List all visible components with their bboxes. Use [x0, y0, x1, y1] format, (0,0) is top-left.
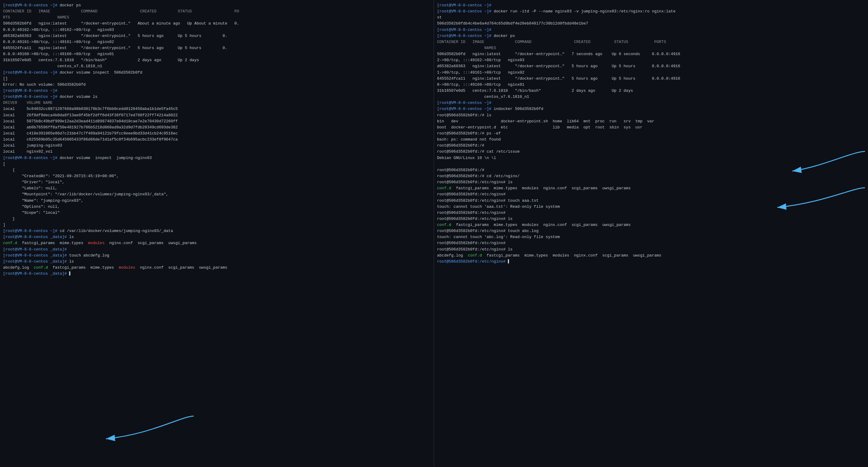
terminal-line: root@506d3582b0fd:/etc/nginx# ls: [437, 246, 865, 253]
terminal-line: root@506d3582b0fd:/etc/nginx#: [437, 240, 865, 246]
terminal-line: CONTAINER ID IMAGE COMMAND CREATED STATU…: [3, 8, 431, 14]
terminal-line: bin dev docker-entrypoint.sh home lib64 …: [437, 118, 865, 124]
terminal-line: [root@VM-8-8-centos _data]# touch abcdef…: [3, 253, 431, 259]
right-terminal-content: [root@VM-8-8-centos ~]#[root@VM-8-8-cent…: [437, 2, 865, 265]
terminal-line: "Mountpoint": "/var/lib/docker/volumes/j…: [3, 192, 431, 198]
terminal-line: "Scope": "local": [3, 210, 431, 216]
terminal-line: root@506d3582b0fd:/# ls: [437, 112, 865, 118]
left-terminal-content: [root@VM-8-8-centos ~]# docker psCONTAIN…: [3, 2, 431, 277]
terminal-line: [root@VM-8-8-centos ~]# docker volume in…: [3, 155, 431, 161]
terminal-line: local nginx02_vol: [3, 149, 431, 155]
terminal-line: [root@VM-8-8-centos ~]# docker ps: [3, 2, 431, 8]
terminal-line: {: [3, 167, 431, 173]
terminal-line: [root@VM-8-8-centos _data]# ls: [3, 234, 431, 240]
terminal-line: 0.0.0:49162->80/tcp, :::49162->80/tcp ng…: [3, 27, 431, 33]
terminal-line: root@506d3582b0fd:/# cd /etc/nginx/: [437, 173, 865, 179]
terminal-line: [root@VM-8-8-centos _data]# ls: [3, 259, 431, 265]
terminal-line: touch: cannot touch 'abc.log': Read-only…: [437, 234, 865, 240]
terminal-line: 0.0.0:49161->80/tcp, :::49161->80/tcp ng…: [3, 39, 431, 45]
terminal-line: 6455524fca11 nginx:latest "/docker-entry…: [437, 76, 865, 82]
terminal-line: 506d3582b0fd nginx:latest "/docker-entry…: [437, 51, 865, 57]
terminal-line: root@506d3582b0fd:/#: [437, 167, 865, 173]
terminal-line: local 26f8df9deca4b0da8f13ae0f45bf2dff6d…: [3, 112, 431, 118]
terminal-line: centos_v7.6.1810_n1: [437, 94, 865, 100]
terminal-line: [root@VM-8-8-centos ~]# docker volume in…: [3, 70, 431, 76]
terminal-line: 0.0.0:49160->80/tcp, :::49160->80/tcp ng…: [3, 51, 431, 57]
terminal-line: RTS NAMES: [3, 14, 431, 21]
terminal-line: [root@VM-8-8-centos ~]# cd /var/lib/dock…: [3, 228, 431, 234]
terminal-line: "Labels": null,: [3, 185, 431, 192]
terminal-line: []: [3, 76, 431, 82]
terminal-line: local 5075b8c49bdf999e12aa2d3ead411d8987…: [3, 118, 431, 124]
terminal-line: root@506d3582b0fd:/etc/nginx# ls: [437, 179, 865, 185]
terminal-line: 1->80/tcp, :::49161->80/tcp nginx02: [437, 70, 865, 76]
terminal-line: [root@VM-8-8-centos ~]# docker run -itd …: [437, 8, 865, 14]
terminal-line: DRIVER VOLUME NAME: [3, 100, 431, 106]
terminal-line: d65382a60363 nginx:latest "/docker-entry…: [3, 33, 431, 39]
terminal-line: root@506d3582b0fd:/etc/nginx#: [437, 210, 865, 216]
terminal-line: centos_v7.6.1810_n1: [3, 63, 431, 69]
terminal-line: [root@VM-8-8-centos _data]# ▌: [3, 271, 431, 277]
terminal-line: root@506d3582b0fd:/etc/nginx# touch abc.…: [437, 228, 865, 234]
terminal-line: local jumping-nginx03: [3, 143, 431, 149]
terminal-line: bash: ps: command not found: [437, 137, 865, 143]
terminal-line: local 5c84032cc8871297668a98b030178b3c7f…: [3, 106, 431, 112]
terminal-line: 31b16507e0d5 centos:7.6.1810 "/bin/bash"…: [3, 57, 431, 63]
terminal-line: abcdefg.log conf.d fastcgi_params mime.t…: [3, 265, 431, 271]
terminal-line: [root@VM-8-8-centos ~]#: [437, 100, 865, 106]
terminal-line: }: [3, 216, 431, 222]
terminal-line: "Name": "jumping-nginx03",: [3, 198, 431, 204]
terminal-line: conf.d fastcgi_params mime.types modules…: [437, 185, 865, 192]
terminal-line: CONTAINER ID IMAGE COMMAND CREATED STATU…: [437, 39, 865, 45]
terminal-line: [root@VM-8-8-centos _data]#: [3, 246, 431, 253]
terminal-line: Debian GNU/Linux 10 \n \l: [437, 155, 865, 161]
terminal-line: root@506d3582b0fd:/etc/nginx#: [437, 192, 865, 198]
right-terminal: [root@VM-8-8-centos ~]#[root@VM-8-8-cent…: [434, 0, 868, 467]
terminal-line: root@506d3582b0fd:/etc/nginx# ▌: [437, 259, 865, 265]
terminal-line: [root@VM-8-8-centos ~]#: [437, 2, 865, 8]
terminal-line: conf.d fastcgi_params mime.types modules…: [437, 222, 865, 228]
terminal-line: 0->80/tcp, :::49160->80/tcp nginx01: [437, 82, 865, 88]
terminal-line: boot docker-entrypoint.d etc lib media o…: [437, 124, 865, 130]
terminal-line: 31b16507e0d5 centos:7.6.1810 "/bin/bash"…: [437, 88, 865, 94]
terminal-line: 506d3582b0fdb4c4be6a4d764c65d9bdf4e20eb6…: [437, 21, 865, 27]
terminal-line: local c625569b05c35d645005433f86d66de71d…: [3, 137, 431, 143]
terminal-line: Error: No such volume: 506d3582b0fd: [3, 82, 431, 88]
terminal-line: [root@VM-8-8-centos ~]# docker volume ls: [3, 94, 431, 100]
terminal-line: "Options": null,: [3, 204, 431, 210]
terminal-line: abcdefg.log conf.d fastcgi_params mime.t…: [437, 253, 865, 259]
terminal-line: [: [3, 161, 431, 167]
terminal-line: root@506d3582b0fd:/#: [437, 143, 865, 149]
terminal-line: root@506d3582b0fd:/# ps -ef: [437, 130, 865, 137]
terminal-line: st: [437, 14, 865, 21]
terminal-line: [root@VM-8-8-centos ~]# docker ps: [437, 33, 865, 39]
left-terminal: [root@VM-8-8-centos ~]# docker psCONTAIN…: [0, 0, 434, 467]
terminal-line: d65382a60363 nginx:latest "/docker-entry…: [437, 63, 865, 69]
terminal-line: "Driver": "local",: [3, 179, 431, 185]
terminal-line: touch: cannot touch 'aaa.tst': Read-only…: [437, 204, 865, 210]
terminal-line: local ab0b76596ff8af50e481927b786b5218d8…: [3, 124, 431, 130]
terminal-line: conf.d fastcgi_params mime.types modules…: [3, 240, 431, 246]
terminal-line: ]: [3, 222, 431, 228]
terminal-line: 506d3582b0fd nginx:latest "/docker-entry…: [3, 21, 431, 27]
terminal-line: [437, 161, 865, 167]
terminal-line: [root@VM-8-8-centos ~]#: [437, 27, 865, 33]
terminal-line: 2->80/tcp, :::49162->80/tcp nginx03: [437, 57, 865, 63]
terminal-line: [root@VM-8-8-centos ~]# indocker 506d358…: [437, 106, 865, 112]
terminal-line: root@506d3582b0fd:/# cat /etc/issue: [437, 149, 865, 155]
terminal-line: 6455524fca11 nginx:latest "/docker-entry…: [3, 45, 431, 51]
terminal-line: "CreatedAt": "2021-09-26T15:45:19+08:00"…: [3, 173, 431, 179]
terminal-line: NAMES: [437, 45, 865, 51]
terminal-line: [root@VM-8-8-centos ~]#: [3, 88, 431, 94]
terminal-line: root@506d3582b0fd:/etc/nginx# ls: [437, 216, 865, 222]
terminal-line: local c418e391065e86d7c21bb47c7f489a9412…: [3, 130, 431, 137]
terminal-line: root@506d3582b0fd:/etc/nginx# touch aaa.…: [437, 198, 865, 204]
